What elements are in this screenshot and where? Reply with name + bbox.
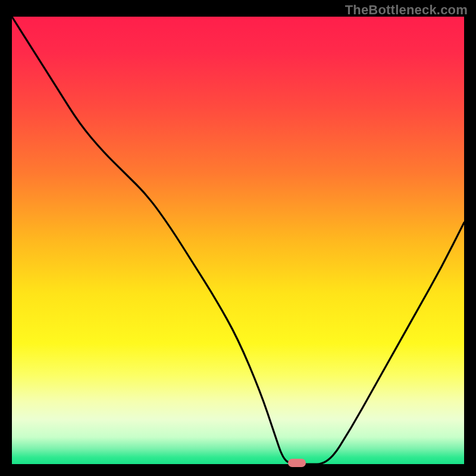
bottleneck-curve bbox=[12, 17, 464, 464]
plot-area bbox=[12, 17, 464, 464]
watermark-text: TheBottleneck.com bbox=[345, 2, 468, 18]
optimal-marker bbox=[288, 459, 306, 467]
chart-frame: TheBottleneck.com bbox=[0, 0, 476, 476]
